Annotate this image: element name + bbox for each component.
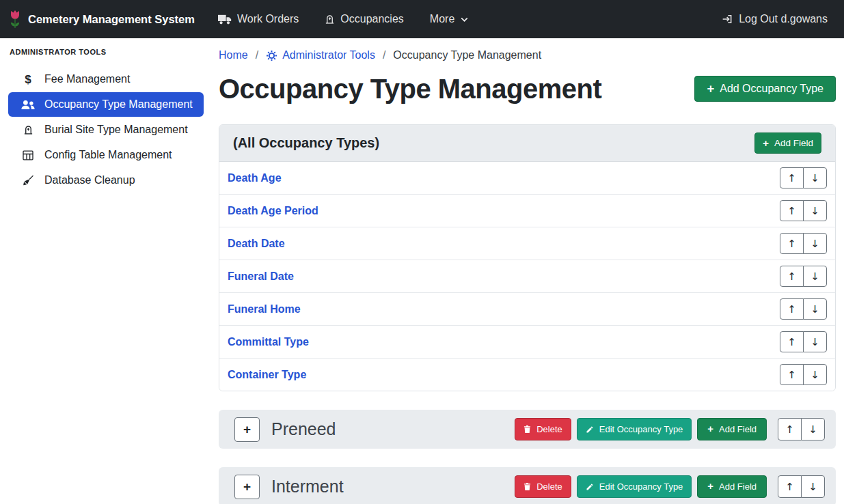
- field-row-committal-type: Committal Type ↑ ↓: [219, 325, 835, 358]
- add-field-button[interactable]: +Add Field: [697, 475, 767, 498]
- field-link[interactable]: Death Age Period: [228, 205, 318, 217]
- navbar-links: Work Orders Occupancies More: [218, 13, 469, 25]
- logout-link[interactable]: Log Out d.gowans: [721, 13, 828, 25]
- reorder-buttons: ↑ ↓: [780, 233, 827, 254]
- move-down-button[interactable]: ↓: [803, 233, 827, 254]
- pencil-icon: [586, 425, 594, 434]
- broom-icon: [21, 175, 36, 186]
- trash-icon: [523, 425, 531, 434]
- nav-more[interactable]: More: [430, 13, 469, 25]
- all-occupancy-types-header: (All Occupancy Types) + Add Field: [219, 125, 835, 162]
- reorder-buttons: ↑ ↓: [780, 298, 827, 320]
- field-row-death-age-period: Death Age Period ↑ ↓: [219, 194, 835, 227]
- move-down-button[interactable]: ↓: [803, 298, 827, 320]
- plus-icon: +: [707, 424, 713, 434]
- section-title: Interment: [271, 477, 515, 496]
- field-link[interactable]: Committal Type: [228, 336, 309, 348]
- move-up-button[interactable]: ↑: [780, 200, 804, 221]
- trash-icon: [523, 482, 531, 491]
- plus-icon: +: [707, 481, 713, 492]
- breadcrumb-admin-tools-link[interactable]: Administrator Tools: [266, 49, 375, 61]
- title-row: Occupancy Type Management + Add Occupanc…: [219, 71, 836, 107]
- field-link[interactable]: Death Date: [228, 238, 285, 250]
- move-up-button[interactable]: ↑: [780, 266, 804, 287]
- tombstone-icon: [21, 124, 36, 135]
- reorder-buttons: ↑ ↓: [778, 475, 825, 498]
- sidebar-item-occupancy-type-management[interactable]: Occupancy Type Management: [8, 92, 204, 117]
- sidebar-item-label: Config Table Management: [44, 149, 172, 161]
- delete-label: Delete: [536, 481, 562, 492]
- add-field-label: Add Field: [719, 481, 757, 492]
- reorder-buttons: ↑ ↓: [780, 331, 827, 352]
- move-down-button[interactable]: ↓: [803, 331, 827, 352]
- move-down-button[interactable]: ↓: [803, 364, 827, 385]
- sidebar-item-database-cleanup[interactable]: Database Cleanup: [8, 168, 204, 193]
- breadcrumb-separator: /: [383, 49, 385, 61]
- breadcrumb-home-link[interactable]: Home: [219, 49, 248, 61]
- add-occupancy-type-label: Add Occupancy Type: [720, 83, 823, 95]
- logout-label: Log Out d.gowans: [739, 13, 828, 25]
- add-occupancy-type-button[interactable]: + Add Occupancy Type: [694, 76, 836, 102]
- main-content: Home / Administrator Tools / Occupancy T…: [210, 38, 844, 504]
- nav-work-orders-label: Work Orders: [237, 13, 299, 25]
- field-row-container-type: Container Type ↑ ↓: [219, 358, 835, 391]
- nav-work-orders[interactable]: Work Orders: [218, 13, 299, 25]
- sidebar-item-label: Fee Management: [44, 73, 130, 85]
- move-up-button[interactable]: ↑: [780, 331, 804, 352]
- add-field-button[interactable]: +Add Field: [697, 418, 767, 440]
- move-up-button[interactable]: ↑: [780, 364, 804, 385]
- sidebar-item-fee-management[interactable]: $Fee Management: [8, 67, 204, 92]
- sidebar-item-label: Burial Site Type Management: [44, 124, 188, 136]
- app-title: Cemetery Management System: [28, 13, 195, 26]
- nav-occupancies[interactable]: Occupancies: [325, 13, 404, 25]
- move-down-button[interactable]: ↓: [801, 475, 825, 498]
- move-up-button[interactable]: ↑: [780, 167, 804, 188]
- field-row-funeral-date: Funeral Date ↑ ↓: [219, 260, 835, 292]
- move-down-button[interactable]: ↓: [803, 167, 827, 188]
- users-icon: [21, 100, 36, 110]
- field-link[interactable]: Funeral Date: [228, 270, 294, 283]
- dollar-icon: $: [21, 74, 36, 85]
- move-down-button[interactable]: ↓: [803, 266, 827, 287]
- reorder-buttons: ↑ ↓: [780, 167, 827, 188]
- move-up-button[interactable]: ↑: [778, 475, 802, 498]
- section-actions: DeleteEdit Occupancy Type+Add Field ↑ ↓: [515, 475, 825, 498]
- expand-section-button[interactable]: +: [234, 417, 260, 442]
- app-brand[interactable]: Cemetery Management System: [8, 10, 195, 29]
- field-link[interactable]: Container Type: [228, 369, 306, 381]
- move-up-button[interactable]: ↑: [778, 418, 802, 440]
- chevron-down-icon: [460, 15, 469, 24]
- edit-occupancy-type-button[interactable]: Edit Occupancy Type: [577, 418, 692, 440]
- field-link[interactable]: Funeral Home: [228, 303, 301, 316]
- breadcrumb-separator: /: [256, 49, 258, 61]
- sidebar-item-label: Database Cleanup: [44, 174, 135, 186]
- move-down-button[interactable]: ↓: [801, 418, 825, 440]
- occupancy-type-sections: +PreneedDeleteEdit Occupancy Type+Add Fi…: [219, 410, 836, 504]
- sidebar-item-config-table-management[interactable]: Config Table Management: [8, 143, 204, 167]
- add-field-label: Add Field: [774, 138, 813, 148]
- move-up-button[interactable]: ↑: [780, 298, 804, 320]
- reorder-buttons: ↑ ↓: [780, 200, 827, 221]
- edit-occupancy-type-button[interactable]: Edit Occupancy Type: [577, 475, 692, 498]
- pencil-icon: [586, 483, 594, 491]
- all-occupancy-types-card: (All Occupancy Types) + Add Field Death …: [219, 124, 836, 391]
- expand-section-button[interactable]: +: [234, 475, 260, 499]
- move-up-button[interactable]: ↑: [780, 233, 804, 254]
- tombstone-icon: [325, 14, 335, 25]
- move-down-button[interactable]: ↓: [803, 200, 827, 221]
- delete-button[interactable]: Delete: [515, 475, 571, 498]
- sidebar-item-burial-site-type-management[interactable]: Burial Site Type Management: [8, 117, 204, 142]
- logout-icon: [721, 14, 733, 25]
- delete-button[interactable]: Delete: [515, 418, 571, 440]
- edit-label: Edit Occupancy Type: [599, 481, 683, 492]
- card-title: (All Occupancy Types): [233, 135, 379, 151]
- field-link[interactable]: Death Age: [228, 172, 282, 184]
- reorder-buttons: ↑ ↓: [778, 418, 825, 440]
- sidebar-items: $Fee ManagementOccupancy Type Management…: [8, 67, 204, 193]
- section-actions: DeleteEdit Occupancy Type+Add Field ↑ ↓: [515, 418, 825, 440]
- field-row-death-date: Death Date ↑ ↓: [219, 227, 835, 260]
- add-field-button[interactable]: + Add Field: [754, 132, 821, 154]
- delete-label: Delete: [536, 424, 562, 434]
- edit-label: Edit Occupancy Type: [599, 424, 683, 434]
- breadcrumb: Home / Administrator Tools / Occupancy T…: [219, 49, 836, 61]
